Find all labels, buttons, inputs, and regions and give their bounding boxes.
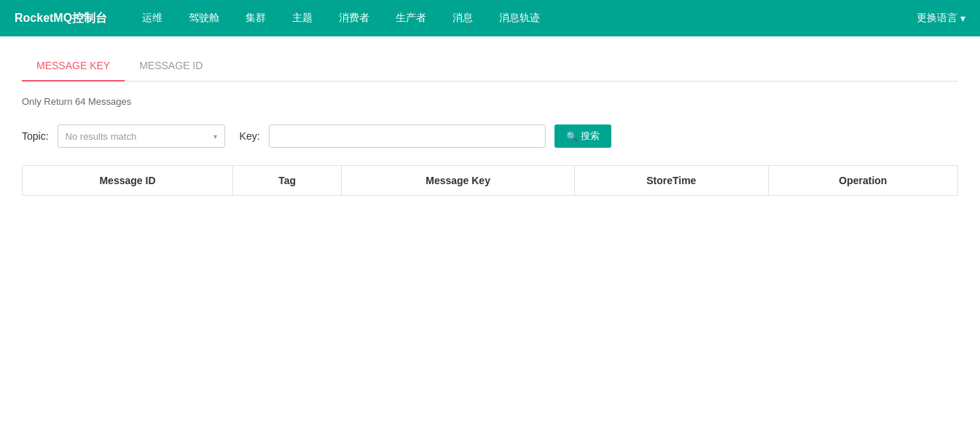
search-row: Topic: No results match ▾ Key: 🔍 搜索 bbox=[22, 124, 958, 148]
chevron-down-icon: ▾ bbox=[960, 12, 965, 24]
tab-message-key[interactable]: MESSAGE KEY bbox=[22, 51, 125, 82]
tab-bar: MESSAGE KEY MESSAGE ID bbox=[22, 51, 958, 82]
navbar-item-topic[interactable]: 主题 bbox=[279, 0, 326, 36]
navbar: RocketMQ控制台 运维 驾驶舱 集群 主题 消费者 生产者 消息 消息轨迹… bbox=[0, 0, 980, 36]
col-tag: Tag bbox=[232, 166, 341, 196]
navbar-item-dashboard[interactable]: 驾驶舱 bbox=[176, 0, 232, 36]
key-input[interactable] bbox=[269, 124, 546, 148]
navbar-item-cluster[interactable]: 集群 bbox=[232, 0, 279, 36]
table-header-row: Message ID Tag Message Key StoreTime Ope… bbox=[23, 166, 958, 196]
search-button[interactable]: 🔍 搜索 bbox=[554, 124, 611, 148]
navbar-menu: 运维 驾驶舱 集群 主题 消费者 生产者 消息 消息轨迹 bbox=[129, 0, 917, 36]
navbar-item-consumer[interactable]: 消费者 bbox=[326, 0, 383, 36]
main-content: MESSAGE KEY MESSAGE ID Only Return 64 Me… bbox=[0, 36, 980, 210]
info-text: Only Return 64 Messages bbox=[22, 96, 958, 107]
navbar-item-ops[interactable]: 运维 bbox=[129, 0, 176, 36]
topic-select-placeholder: No results match bbox=[66, 131, 137, 142]
col-store-time: StoreTime bbox=[574, 166, 768, 196]
col-message-key: Message Key bbox=[342, 166, 575, 196]
search-icon: 🔍 bbox=[566, 131, 578, 142]
navbar-item-trace[interactable]: 消息轨迹 bbox=[486, 0, 553, 36]
topic-select[interactable]: No results match ▾ bbox=[58, 124, 225, 148]
search-button-label: 搜索 bbox=[581, 130, 600, 143]
navbar-item-producer[interactable]: 生产者 bbox=[383, 0, 439, 36]
chevron-down-icon: ▾ bbox=[213, 132, 217, 140]
tab-message-id[interactable]: MESSAGE ID bbox=[125, 51, 217, 82]
navbar-item-message[interactable]: 消息 bbox=[439, 0, 486, 36]
language-label: 更换语言 bbox=[917, 12, 957, 25]
message-table: Message ID Tag Message Key StoreTime Ope… bbox=[22, 165, 958, 196]
col-message-id: Message ID bbox=[23, 166, 233, 196]
col-operation: Operation bbox=[768, 166, 957, 196]
navbar-brand[interactable]: RocketMQ控制台 bbox=[15, 11, 107, 26]
topic-label: Topic: bbox=[22, 130, 49, 142]
key-label: Key: bbox=[240, 130, 260, 142]
language-switcher[interactable]: 更换语言 ▾ bbox=[917, 12, 965, 25]
